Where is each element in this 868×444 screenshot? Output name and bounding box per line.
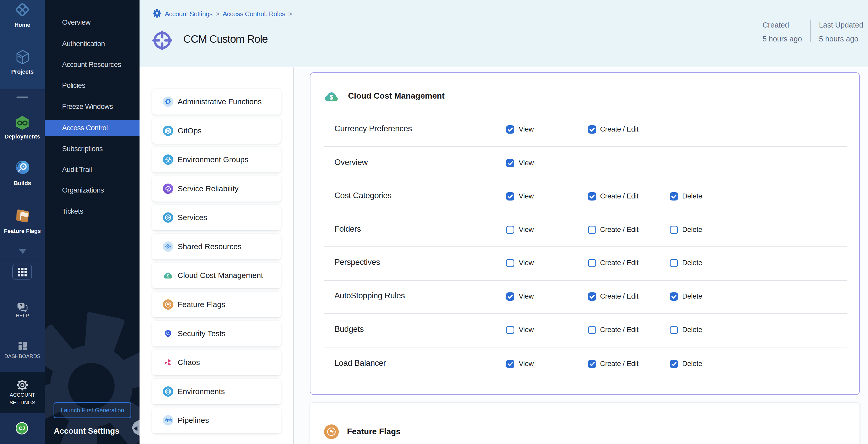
svg-text:?: ?: [20, 303, 23, 308]
svg-text:$: $: [330, 94, 333, 101]
svg-text:$: $: [167, 274, 169, 279]
